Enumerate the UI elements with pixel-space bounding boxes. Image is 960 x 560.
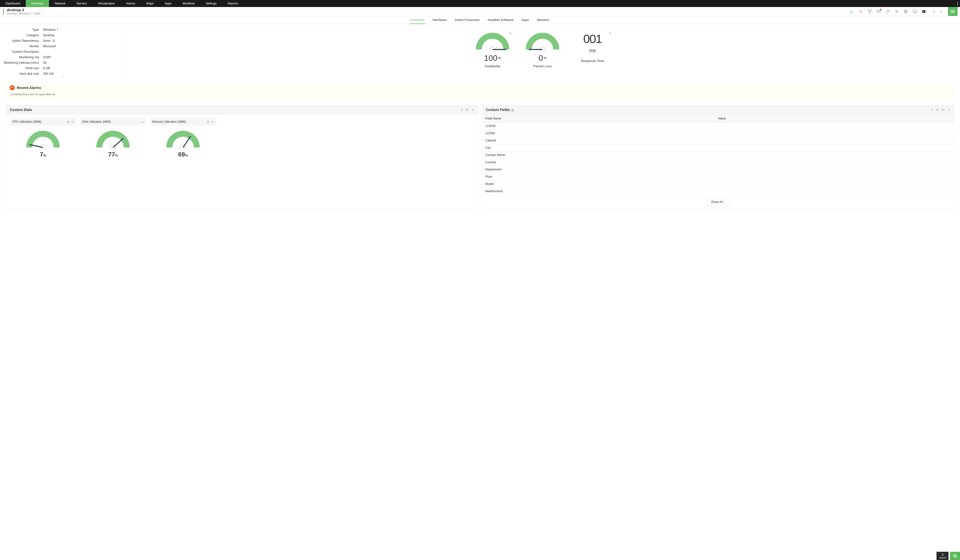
dial-unit: % bbox=[43, 154, 46, 157]
cf-row[interactable]: 123435 bbox=[482, 123, 954, 130]
info-value: 250 GB bbox=[43, 72, 53, 75]
tab-apps[interactable]: Apps bbox=[520, 16, 530, 24]
cf-row[interactable]: NewNumeric bbox=[482, 188, 954, 195]
svg-line-19 bbox=[113, 139, 123, 147]
refresh-fields-icon[interactable]: ↻ bbox=[942, 108, 944, 112]
cf-name: NewNumeric bbox=[485, 189, 718, 193]
custom-fields-title: Custom Fields ? bbox=[486, 108, 514, 112]
availability-label: Availability bbox=[471, 64, 514, 68]
history-icon[interactable]: ◴ bbox=[207, 120, 210, 123]
cf-row[interactable]: Floor bbox=[482, 173, 954, 181]
info-row: Monitoring ViaICMP bbox=[3, 54, 118, 60]
pulse-icon[interactable] bbox=[894, 9, 899, 14]
tab-active-processes[interactable]: Active Processes bbox=[454, 16, 481, 24]
info-value: Windows 7 bbox=[43, 28, 58, 32]
terminal-icon[interactable] bbox=[922, 9, 926, 14]
svg-rect-1 bbox=[868, 10, 869, 11]
expand-arrow-icon[interactable]: ▼ bbox=[62, 76, 64, 78]
cf-row[interactable]: 123Skt bbox=[482, 130, 954, 137]
cf-row[interactable]: Country bbox=[482, 159, 954, 166]
custom-dials-panel: Custom Dials + ↻ ⤢ CPU Utilization (WMI)… bbox=[6, 105, 478, 209]
availability-gauge: ◴ 100% Availability bbox=[471, 32, 514, 68]
svg-point-0 bbox=[861, 12, 861, 13]
history-icon[interactable]: ◴ bbox=[609, 32, 612, 35]
add-dial-icon[interactable]: + bbox=[461, 108, 463, 112]
show-all-button[interactable]: Show All... bbox=[707, 198, 729, 205]
tab-monitors[interactable]: Monitors bbox=[536, 16, 550, 24]
device-title: desktop 2 bbox=[7, 8, 40, 12]
nav-alarms[interactable]: Alarms bbox=[120, 0, 141, 7]
recent-alarms-panel: Recent Alarms Currently there are no ope… bbox=[6, 83, 954, 99]
info-label: Vendor bbox=[3, 45, 43, 48]
globe-icon[interactable] bbox=[904, 9, 908, 14]
mail-icon[interactable] bbox=[877, 9, 881, 14]
bar-chart-icon[interactable]: ▪▫ bbox=[72, 120, 74, 123]
prev-icon[interactable] bbox=[932, 9, 936, 14]
info-label: Category bbox=[3, 34, 43, 37]
history-icon[interactable]: ◴ bbox=[67, 120, 69, 123]
info-value: Microsoft bbox=[43, 45, 56, 48]
cf-row[interactable]: Contact Name bbox=[482, 152, 954, 159]
availability-value: 100 bbox=[484, 53, 497, 62]
tab-installed-software[interactable]: Installed Software bbox=[487, 16, 515, 24]
nav-dashboard[interactable]: Dashboard bbox=[0, 0, 26, 7]
device-breadcrumb: Desktop | Windows 7 | WMI bbox=[7, 12, 40, 15]
help-icon[interactable]: ? bbox=[52, 39, 56, 43]
dial-header: Memory Utilization (WMI)◴▪▫ bbox=[150, 118, 216, 125]
info-row: RAM size8 GB bbox=[3, 66, 118, 71]
alarms-message: Currently there are no open Alarms. bbox=[6, 93, 954, 99]
dial-header: Disk Utilization (WMI)▪▫ bbox=[80, 118, 146, 125]
cf-name: Floor bbox=[485, 175, 718, 179]
cf-row[interactable]: Department bbox=[482, 166, 954, 173]
cf-row[interactable]: Model bbox=[482, 181, 954, 188]
tab-interfaces[interactable]: Interfaces bbox=[432, 16, 448, 24]
topology-icon[interactable] bbox=[867, 9, 872, 14]
next-icon[interactable] bbox=[939, 9, 944, 14]
nav-servers[interactable]: Servers bbox=[71, 0, 92, 7]
info-value: None? bbox=[43, 39, 56, 43]
nav-apps[interactable]: Apps bbox=[159, 0, 177, 7]
cf-head-value: Value bbox=[718, 117, 726, 120]
alert-icon[interactable] bbox=[859, 9, 863, 14]
dial-title: Disk Utilization (WMI) bbox=[82, 120, 111, 123]
responsetime-value: 001 bbox=[571, 32, 614, 46]
hamburger-button[interactable] bbox=[948, 7, 957, 16]
more-icon[interactable] bbox=[957, 2, 958, 5]
add-field-icon[interactable]: + bbox=[931, 108, 933, 112]
nav-workflow[interactable]: Workflow bbox=[177, 0, 200, 7]
cf-row[interactable]: City bbox=[482, 144, 954, 152]
nav-inventory[interactable]: Inventory bbox=[26, 0, 49, 7]
refresh-dials-icon[interactable]: ↻ bbox=[466, 108, 469, 112]
nav-reports[interactable]: Reports bbox=[222, 0, 243, 7]
collapse-dials-icon[interactable]: ⤢ bbox=[472, 108, 474, 112]
info-value: 8 GB bbox=[43, 67, 50, 70]
chart-icon[interactable] bbox=[850, 9, 854, 14]
packetloss-value: 0 bbox=[539, 53, 543, 62]
nav-settings[interactable]: Settings bbox=[200, 0, 222, 7]
cf-row[interactable]: Cabinet bbox=[482, 137, 954, 144]
tab-summary[interactable]: Summary bbox=[410, 16, 426, 24]
dial-unit: % bbox=[115, 154, 118, 157]
nav-virtualization[interactable]: Virtualization bbox=[92, 0, 120, 7]
dial-header: CPU Utilization (WMI)◴▪▫ bbox=[10, 118, 76, 125]
nav-network[interactable]: Network bbox=[49, 0, 71, 7]
link-icon[interactable] bbox=[885, 9, 890, 14]
cf-name: Model bbox=[485, 182, 718, 186]
dial-value: 77 bbox=[108, 151, 115, 158]
top-nav: DashboardInventoryNetworkServersVirtuali… bbox=[0, 0, 960, 7]
collapse-fields-icon[interactable]: ⤢ bbox=[947, 108, 950, 112]
edit-field-icon[interactable]: ✎ bbox=[936, 108, 939, 112]
bar-chart-icon[interactable]: ▪▫ bbox=[141, 120, 144, 123]
info-value: ICMP bbox=[43, 56, 51, 59]
svg-rect-2 bbox=[870, 10, 872, 11]
nav-maps[interactable]: Maps bbox=[141, 0, 159, 7]
bar-chart-icon[interactable]: ▪▫ bbox=[211, 120, 214, 123]
monitor-icon[interactable] bbox=[912, 9, 917, 14]
dial-card: CPU Utilization (WMI)◴▪▫ 7% bbox=[10, 118, 76, 163]
packetloss-gauge: 0% Packet Loss bbox=[521, 32, 564, 68]
help-icon[interactable]: ? bbox=[511, 109, 514, 112]
status-bar bbox=[3, 8, 4, 14]
dial-title: Memory Utilization (WMI) bbox=[152, 120, 186, 123]
bell-icon bbox=[10, 85, 15, 90]
responsetime-label: Response Time bbox=[571, 59, 614, 63]
